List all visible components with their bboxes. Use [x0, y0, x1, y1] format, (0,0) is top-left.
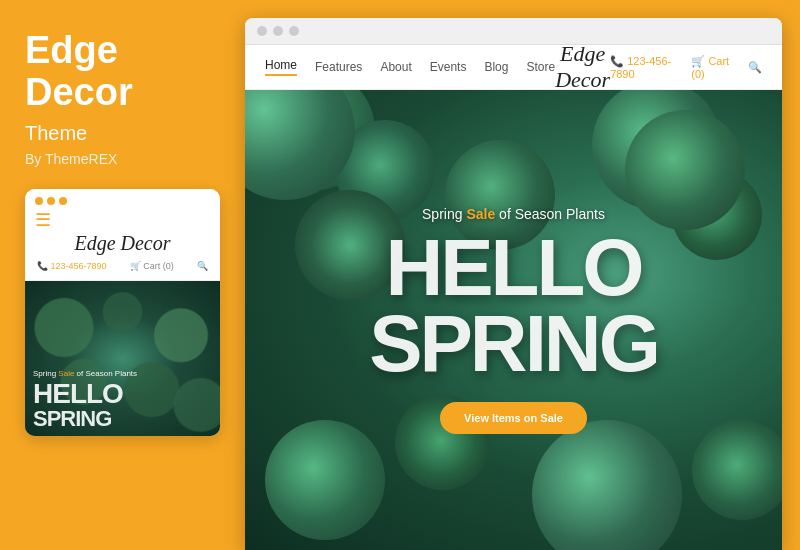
theme-subtitle: Theme: [25, 122, 220, 145]
browser-dot-1: [257, 26, 267, 36]
mobile-logo: Edge Decor: [35, 232, 210, 255]
mobile-card-header: ☰ Edge Decor 📞 123-456-7890 🛒 Cart (0) 🔍: [25, 189, 220, 281]
browser-bar: [245, 18, 782, 45]
mobile-hello-text: HELLO: [33, 380, 212, 408]
nav-about[interactable]: About: [380, 60, 411, 74]
hero-cta-button[interactable]: View Items on Sale: [440, 402, 587, 434]
nav-search-icon[interactable]: 🔍: [748, 61, 762, 74]
hero-section: Spring Sale of Season Plants HELLO SPRIN…: [245, 90, 782, 550]
mobile-sale-text: Sale: [58, 369, 74, 378]
nav-right: 📞 123-456-7890 🛒 Cart (0) 🔍: [610, 55, 762, 80]
browser-dot-3: [289, 26, 299, 36]
nav-links: Home Features About Events Blog Store: [265, 58, 555, 76]
mobile-dots: [35, 197, 210, 205]
mobile-dot-1: [35, 197, 43, 205]
browser-preview: Home Features About Events Blog Store Ed…: [245, 18, 782, 550]
hero-main-text: HELLO SPRING: [369, 230, 658, 382]
nav-store[interactable]: Store: [526, 60, 555, 74]
nav-home[interactable]: Home: [265, 58, 297, 76]
hero-tagline: Spring Sale of Season Plants: [422, 206, 605, 222]
site-logo: Edge Decor: [555, 45, 610, 93]
nav-blog[interactable]: Blog: [484, 60, 508, 74]
nav-events[interactable]: Events: [430, 60, 467, 74]
mobile-hero: Spring Sale of Season Plants HELLO SPRIN…: [25, 281, 220, 436]
hero-sale-text: Sale: [466, 206, 495, 222]
nav-phone: 📞 123-456-7890: [610, 55, 677, 80]
nav-features[interactable]: Features: [315, 60, 362, 74]
mobile-info-row: 📞 123-456-7890 🛒 Cart (0) 🔍: [35, 261, 210, 275]
site-nav: Home Features About Events Blog Store Ed…: [245, 45, 782, 90]
mobile-search-icon: 🔍: [197, 261, 208, 271]
mobile-preview-card: ☰ Edge Decor 📞 123-456-7890 🛒 Cart (0) 🔍…: [25, 189, 220, 436]
hero-content: Spring Sale of Season Plants HELLO SPRIN…: [245, 90, 782, 550]
mobile-dot-2: [47, 197, 55, 205]
theme-author: By ThemeREX: [25, 151, 220, 167]
website-preview: Home Features About Events Blog Store Ed…: [245, 45, 782, 550]
browser-dot-2: [273, 26, 283, 36]
mobile-spring-text: SPRING: [33, 408, 212, 430]
mobile-phone: 📞 123-456-7890: [37, 261, 107, 271]
left-panel: Edge Decor Theme By ThemeREX ☰ Edge Deco…: [0, 0, 245, 550]
mobile-dot-3: [59, 197, 67, 205]
mobile-spring-label: Spring Sale of Season Plants: [33, 369, 212, 378]
theme-title: Edge Decor: [25, 30, 220, 114]
mobile-cart: 🛒 Cart (0): [130, 261, 174, 271]
mobile-hero-text: Spring Sale of Season Plants HELLO SPRIN…: [25, 363, 220, 436]
nav-cart[interactable]: 🛒 Cart (0): [691, 55, 734, 80]
mobile-hamburger-icon: ☰: [35, 211, 210, 229]
